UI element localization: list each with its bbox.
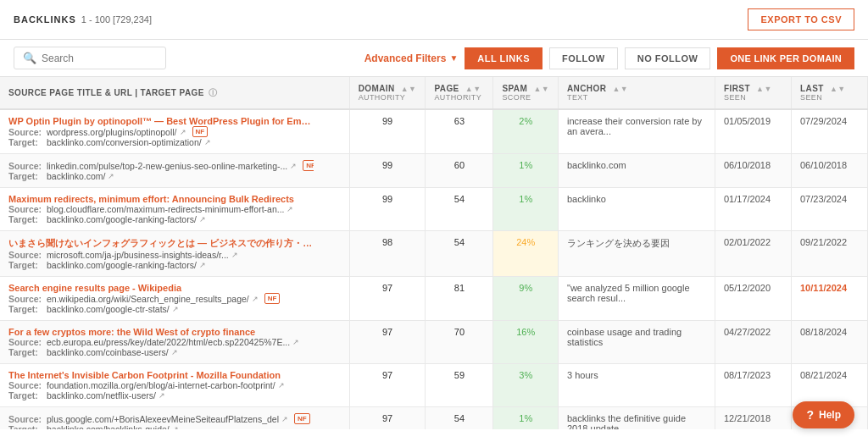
domain-authority-cell: 97 xyxy=(349,407,426,430)
source-label: Source: xyxy=(8,161,44,171)
source-url-link[interactable]: microsoft.com/ja-jp/business-insights-id… xyxy=(47,250,229,260)
toolbar: 🔍 Advanced Filters ▼ ALL LINKS FOLLOW NO… xyxy=(0,40,868,77)
help-button[interactable]: ? Help xyxy=(793,401,854,428)
all-links-button[interactable]: ALL LINKS xyxy=(465,47,542,69)
anchor-text-cell: coinbase usage and trading statistics xyxy=(559,321,715,364)
source-url-link[interactable]: foundation.mozilla.org/en/blog/ai-intern… xyxy=(47,380,275,390)
last-seen-cell: 08/21/2024 xyxy=(792,364,868,407)
source-url-link[interactable]: plus.google.com/+BorisAlexeevMeineSeitea… xyxy=(47,414,279,424)
target-line: Target:backlinko.com/coinbase-users/↗ xyxy=(8,347,314,357)
spam-score-cell: 1% xyxy=(493,188,559,231)
page-title-link[interactable]: Maximum redirects, minimum effort: Annou… xyxy=(8,194,314,204)
page-title-link[interactable]: いまさら聞けないインフォグラフィックとは — ビジネスでの作り方・使い方例 xyxy=(8,237,314,250)
export-csv-button[interactable]: EXPORT TO CSV xyxy=(748,8,854,30)
th-pa: PAGE ▲▼ AUTHORITY xyxy=(426,77,493,109)
source-cell: Search engine results page - WikipediaSo… xyxy=(0,277,349,321)
sort-icon[interactable]: ▲▼ xyxy=(465,85,481,93)
page-title-link[interactable]: WP Optin Plugin by optinopoll™ — Best Wo… xyxy=(8,116,314,126)
target-url-link[interactable]: backlinko.com/coinbase-users/ xyxy=(47,347,169,357)
source-url-link[interactable]: blog.cloudflare.com/maximum-redirects-mi… xyxy=(47,204,284,214)
table-row: Source:linkedin.com/pulse/top-2-new-geni… xyxy=(0,154,868,188)
last-seen-cell: 10/11/2024 xyxy=(792,277,868,321)
first-seen-cell: 12/21/2018 xyxy=(715,407,792,430)
last-seen-cell: 06/10/2018 xyxy=(792,154,868,188)
source-url-link[interactable]: wordpress.org/plugins/optinopoll/ xyxy=(47,127,177,137)
header: BACKLINKS 1 - 100 [729,234] EXPORT TO CS… xyxy=(0,0,868,40)
page-title: BACKLINKS xyxy=(14,14,76,25)
table-header-row: SOURCE PAGE TITLE & URL | TARGET PAGE ⓘ … xyxy=(0,77,868,109)
anchor-text-cell: increase their conversion rate by an ave… xyxy=(559,109,715,154)
source-url-link[interactable]: ecb.europa.eu/press/key/date/2022/html/e… xyxy=(47,337,290,347)
page-authority-cell: 54 xyxy=(426,188,493,231)
first-seen-cell: 02/01/2022 xyxy=(715,231,792,277)
th-anchor: ANCHOR ▲▼ TEXT xyxy=(559,77,715,109)
target-line: Target:backlinko.com/google-ctr-stats/↗ xyxy=(8,304,314,314)
table-body: WP Optin Plugin by optinopoll™ — Best Wo… xyxy=(0,109,868,429)
anchor-text-cell: "we analyzed 5 million google search res… xyxy=(559,277,715,321)
sort-icon[interactable]: ▲▼ xyxy=(830,85,846,93)
domain-authority-cell: 97 xyxy=(349,321,426,364)
info-icon[interactable]: ⓘ xyxy=(209,88,217,97)
follow-button[interactable]: FOLLOW xyxy=(549,47,618,69)
page-title-link[interactable]: For a few cryptos more: the Wild West of… xyxy=(8,327,314,337)
external-link-icon: ↗ xyxy=(252,295,259,303)
target-url-link[interactable]: backlinko.com/ xyxy=(47,171,105,181)
source-line: Source:plus.google.com/+BorisAlexeevMein… xyxy=(8,413,314,424)
domain-authority-cell: 99 xyxy=(349,109,426,154)
target-url-link[interactable]: backlinko.com/google-ranking-factors/ xyxy=(47,260,197,270)
spam-score-cell: 24% xyxy=(493,231,559,277)
last-seen-cell: 07/23/2024 xyxy=(792,188,868,231)
target-url-link[interactable]: backlinko.com/conversion-optimization/ xyxy=(47,137,202,147)
source-cell: Source:linkedin.com/pulse/top-2-new-geni… xyxy=(0,154,349,188)
first-seen-cell: 08/17/2023 xyxy=(715,364,792,407)
external-link-icon: ↗ xyxy=(108,172,114,180)
target-url-link[interactable]: backlinko.com/netflix-users/ xyxy=(47,390,156,401)
domain-authority-cell: 99 xyxy=(349,154,426,188)
source-url-link[interactable]: linkedin.com/pulse/top-2-new-genius-seo-… xyxy=(47,161,287,171)
spam-score-cell: 2% xyxy=(493,109,559,154)
target-label: Target: xyxy=(8,137,44,147)
sort-icon[interactable]: ▲▼ xyxy=(533,85,549,93)
target-url-link[interactable]: backlinko.com/google-ranking-factors/ xyxy=(47,214,197,224)
search-wrap[interactable]: 🔍 xyxy=(14,47,166,69)
page-authority-cell: 54 xyxy=(426,407,493,430)
anchor-text-cell: backlinko.com xyxy=(559,154,715,188)
table-row: For a few cryptos more: the Wild West of… xyxy=(0,321,868,364)
one-link-per-domain-button[interactable]: ONE LINK PER DOMAIN xyxy=(717,47,854,69)
sort-icon[interactable]: ▲▼ xyxy=(612,85,628,93)
source-line: Source:ecb.europa.eu/press/key/date/2022… xyxy=(8,337,314,347)
sort-icon[interactable]: ▲▼ xyxy=(401,85,417,93)
first-seen-cell: 01/05/2019 xyxy=(715,109,792,154)
page-title-link[interactable]: Search engine results page - Wikipedia xyxy=(8,283,314,293)
source-line: Source:en.wikipedia.org/wiki/Search_engi… xyxy=(8,293,314,304)
target-line: Target:backlinko.com/↗ xyxy=(8,171,314,181)
target-url-link[interactable]: backlinko.com/backlinks-guide/ xyxy=(47,424,170,429)
external-link-icon: ↗ xyxy=(180,128,186,136)
sort-icon[interactable]: ▲▼ xyxy=(756,85,772,93)
page-authority-cell: 70 xyxy=(426,321,493,364)
th-first: FIRST ▲▼ SEEN xyxy=(715,77,792,109)
th-last: LAST ▲▼ SEEN xyxy=(792,77,868,109)
source-cell: Maximum redirects, minimum effort: Annou… xyxy=(0,188,349,231)
source-url-link[interactable]: en.wikipedia.org/wiki/Search_engine_resu… xyxy=(47,294,249,304)
target-label: Target: xyxy=(8,214,44,224)
target-label: Target: xyxy=(8,347,44,357)
last-seen-cell: 08/18/2024 xyxy=(792,321,868,364)
anchor-text-cell: backlinko xyxy=(559,188,715,231)
target-url-link[interactable]: backlinko.com/google-ctr-stats/ xyxy=(47,304,170,314)
external-link-icon: ↗ xyxy=(172,425,179,429)
th-da: DOMAIN ▲▼ AUTHORITY xyxy=(349,77,426,109)
target-line: Target:backlinko.com/google-ranking-fact… xyxy=(8,260,314,270)
external-link-icon: ↗ xyxy=(292,338,299,346)
question-icon: ? xyxy=(806,408,814,422)
advanced-filters-button[interactable]: Advanced Filters ▼ xyxy=(364,52,459,64)
page-authority-cell: 60 xyxy=(426,154,493,188)
search-icon: 🔍 xyxy=(23,52,36,64)
source-label: Source: xyxy=(8,250,44,260)
page-title-link[interactable]: The Internet's Invisible Carbon Footprin… xyxy=(8,370,314,380)
source-line: Source:wordpress.org/plugins/optinopoll/… xyxy=(8,126,314,137)
search-input[interactable] xyxy=(42,52,160,64)
no-follow-button[interactable]: NO FOLLOW xyxy=(625,47,711,69)
spam-score-cell: 9% xyxy=(493,277,559,321)
th-spam: SPAM ▲▼ SCORE xyxy=(493,77,559,109)
